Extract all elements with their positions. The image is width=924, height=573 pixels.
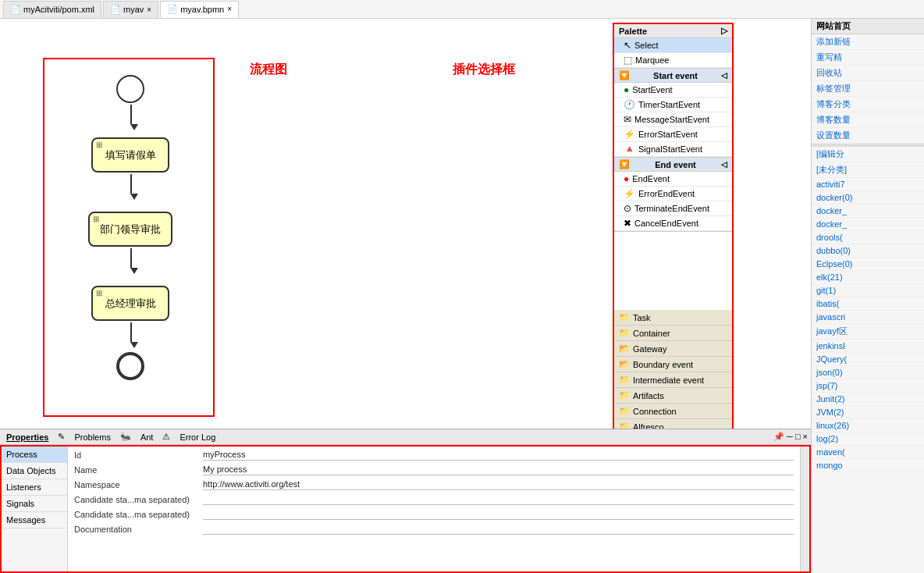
sidebar-link-1[interactable]: 重写精 [812, 50, 924, 66]
namespace-value: http://www.activiti.org/test [203, 479, 794, 490]
sidebar-link-7[interactable]: [编辑分 [812, 147, 924, 162]
id-value: myProcess [203, 450, 794, 461]
task-node-3[interactable]: ⊞ 总经理审批 [91, 286, 169, 321]
nav-messages[interactable]: Messages [2, 512, 67, 529]
end-event-section-icon: 🔽 [619, 159, 630, 169]
maximize-icon[interactable]: □ [795, 432, 801, 442]
palette-marquee[interactable]: ⬚ Marquee [614, 53, 732, 68]
sidebar-link-25[interactable]: Junit(2) [812, 393, 924, 406]
sidebar-link-27[interactable]: linux(26) [812, 419, 924, 432]
sidebar-link-30[interactable]: mongo [812, 459, 924, 472]
field-namespace: Namespace http://www.activiti.org/test [74, 479, 794, 490]
canvas-wrapper[interactable]: ⊞ 填写请假单 ⊞ 部门领导审批 [0, 19, 811, 429]
sidebar-link-19[interactable]: javascri [812, 311, 924, 324]
palette-error-start[interactable]: ⚡ ErrorStartEvent [614, 127, 732, 142]
palette-expand-icon[interactable]: ▷ [721, 26, 727, 36]
error-end-label: ErrorEndEvent [638, 189, 695, 198]
task-label-2: 部门领导审批 [100, 222, 161, 237]
pin-icon[interactable]: 📌 [773, 432, 784, 442]
section-end-event[interactable]: 🔽 End event ◁ [614, 157, 732, 172]
bottom-tab-icons: 📌 ─ □ × [773, 432, 808, 442]
arrow-2 [130, 174, 138, 200]
cat-task[interactable]: 📁 Task [614, 310, 732, 326]
nav-listeners[interactable]: Listeners [2, 479, 67, 496]
cat-intermediate[interactable]: 📁 Intermediate event [614, 372, 732, 388]
cat-connection[interactable]: 📁 Connection [614, 404, 732, 419]
sidebar-link-2[interactable]: 回收站 [812, 66, 924, 81]
sidebar-link-6[interactable]: 设置数量 [812, 128, 924, 144]
palette-terminate-end[interactable]: ⊙ TerminateEndEvent [614, 201, 732, 216]
sidebar-link-20[interactable]: javayf区 [812, 324, 924, 340]
sidebar-link-26[interactable]: JVM(2) [812, 406, 924, 419]
end-node[interactable] [116, 352, 144, 380]
palette-timer-start[interactable]: 🕐 TimerStartEvent [614, 98, 732, 112]
cat-alfresco-label: Alfresco [633, 422, 664, 429]
sidebar-link-24[interactable]: jsp(7) [812, 379, 924, 393]
cat-alfresco[interactable]: 📁 Alfresco [614, 419, 732, 429]
tab-ant[interactable]: Ant [137, 432, 157, 443]
sidebar-link-28[interactable]: log(2) [812, 432, 924, 446]
cat-intermediate-icon: 📁 [619, 375, 630, 385]
sidebar-link-22[interactable]: JQuery( [812, 353, 924, 366]
sidebar-link-10[interactable]: docker(0) [812, 191, 924, 205]
palette-message-start[interactable]: ✉ MessageStartEvent [614, 112, 732, 127]
cat-artifacts[interactable]: 📁 Artifacts [614, 388, 732, 404]
sidebar-link-13[interactable]: drools( [812, 231, 924, 244]
field-doc: Documentation [74, 524, 794, 535]
palette-error-end[interactable]: ⚡ ErrorEndEvent [614, 187, 732, 201]
sidebar-link-15[interactable]: Eclpse(0) [812, 258, 924, 271]
sidebar-link-4[interactable]: 博客分类 [812, 97, 924, 112]
sidebar-link-21[interactable]: jenkinsl [812, 340, 924, 353]
sidebar-link-23[interactable]: json(0) [812, 366, 924, 379]
task-node-1[interactable]: ⊞ 填写请假单 [91, 137, 169, 173]
cat-gateway[interactable]: 📂 Gateway [614, 341, 732, 357]
sidebar-link-18[interactable]: ibatis( [812, 297, 924, 311]
tab-properties[interactable]: Properties [3, 432, 52, 443]
error-start-label: ErrorStartEvent [638, 130, 698, 139]
sidebar-link-3[interactable]: 标签管理 [812, 81, 924, 97]
palette-select[interactable]: ↖ Select [614, 38, 732, 53]
palette-end-event[interactable]: ● EndEvent [614, 172, 732, 187]
tab-problems[interactable]: Problems [71, 432, 113, 443]
nav-data-objects[interactable]: Data Objects [2, 463, 67, 479]
sidebar-link-11[interactable]: docker_ [812, 205, 924, 218]
bottom-tabs-bar: Properties ✎ Problems 🐜 Ant ⚠ Error Log … [0, 429, 811, 445]
sidebar-link-16[interactable]: elk(21) [812, 271, 924, 284]
candidate1-label: Candidate sta...ma separated) [74, 494, 203, 504]
tab-bpmn[interactable]: 📄 myav.bpmn × [160, 1, 239, 18]
close-myav-icon[interactable]: × [147, 5, 151, 14]
cat-gateway-icon: 📂 [619, 343, 630, 354]
sidebar-link-17[interactable]: git(1) [812, 284, 924, 297]
sidebar-link-5[interactable]: 博客数量 [812, 112, 924, 128]
doc-label: Documentation [74, 524, 203, 534]
start-event-collapse[interactable]: ◁ [721, 71, 727, 80]
scroll-stub[interactable] [800, 447, 809, 571]
palette-start-event[interactable]: ● StartEvent [614, 83, 732, 98]
sidebar-link-14[interactable]: dubbo(0) [812, 244, 924, 258]
palette-cancel-end[interactable]: ✖ CancelEndEvent [614, 216, 732, 231]
nav-signals[interactable]: Signals [2, 496, 67, 512]
sidebar-link-8[interactable]: [未分类] [812, 162, 924, 178]
cat-container[interactable]: 📁 Container [614, 326, 732, 341]
end-event-collapse[interactable]: ◁ [721, 160, 727, 169]
task-node-2[interactable]: ⊞ 部门领导审批 [88, 212, 172, 247]
palette-signal-start[interactable]: 🔺 SignalStartEvent [614, 142, 732, 157]
minimize-icon[interactable]: ─ [787, 432, 793, 442]
section-start-event[interactable]: 🔽 Start event ◁ [614, 68, 732, 83]
nav-process[interactable]: Process [2, 447, 67, 463]
tab-errorlog[interactable]: Error Log [176, 432, 219, 443]
candidate2-value [203, 509, 794, 520]
end-event-item-label: EndEvent [632, 174, 670, 183]
sidebar-link-9[interactable]: activiti7 [812, 178, 924, 191]
sidebar-link-29[interactable]: maven( [812, 446, 924, 459]
close-bottom-icon[interactable]: × [803, 432, 808, 442]
cat-boundary[interactable]: 📂 Boundary event [614, 357, 732, 372]
tab-pom[interactable]: 📄 myAcitviti/pom.xml [3, 1, 101, 18]
sidebar-link-12[interactable]: docker_ [812, 218, 924, 231]
field-candidate1: Candidate sta...ma separated) [74, 494, 794, 505]
tab-myav[interactable]: 📄 myav × [103, 1, 158, 18]
sidebar-link-0[interactable]: 添加新链 [812, 34, 924, 50]
palette-header: Palette ▷ [614, 24, 732, 38]
close-bpmn-icon[interactable]: × [227, 5, 232, 13]
start-node[interactable] [116, 75, 144, 103]
